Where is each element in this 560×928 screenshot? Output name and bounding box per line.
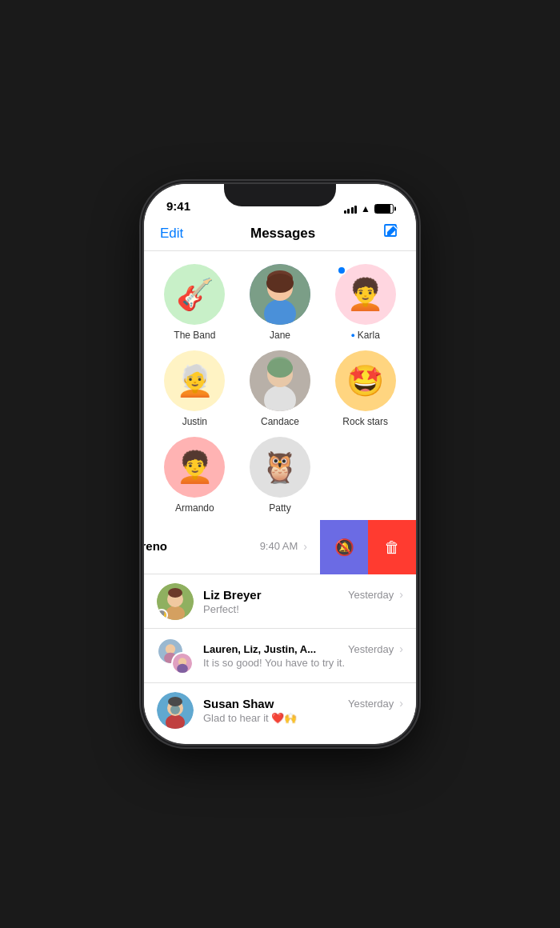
edit-button[interactable]: Edit bbox=[160, 226, 183, 242]
pinned-item-armando[interactable]: 🧑‍🦱 Armando bbox=[157, 437, 233, 514]
pinned-item-the-band[interactable]: 🎸 The Band bbox=[157, 264, 233, 341]
avatar-justin: 🧑‍🦳 bbox=[164, 350, 225, 411]
delete-icon: 🗑 bbox=[384, 538, 400, 557]
pinned-name-candace: Candace bbox=[261, 416, 299, 427]
lauren-sender: Lauren, Liz, Justin, A... bbox=[203, 643, 316, 655]
pinned-item-candace[interactable]: Candace bbox=[242, 350, 318, 427]
status-icons: ▲ bbox=[344, 203, 394, 214]
pinned-name-patty: Patty bbox=[269, 502, 290, 514]
status-time: 9:41 bbox=[166, 199, 190, 214]
pinned-name-the-band: The Band bbox=[174, 330, 215, 341]
signal-icon bbox=[344, 204, 358, 214]
avatar-jane bbox=[250, 264, 310, 325]
pinned-item-rock-stars[interactable]: 🤩 Rock stars bbox=[327, 350, 403, 427]
pinned-name-justin: Justin bbox=[182, 416, 207, 427]
group-avatar-lauren bbox=[157, 638, 194, 674]
lauren-content: Lauren, Liz, Justin, A... Yesterday › It… bbox=[203, 642, 403, 669]
battery-icon bbox=[374, 204, 394, 214]
message-row-lauren-group[interactable]: Lauren, Liz, Justin, A... Yesterday › It… bbox=[144, 629, 416, 683]
delete-action-button[interactable]: 🗑 bbox=[368, 520, 416, 574]
svg-point-25 bbox=[168, 697, 182, 706]
susan-sender: Susan Shaw bbox=[203, 697, 274, 710]
scroll-area: 🎸 The Band bbox=[144, 251, 416, 734]
pinned-name-rock-stars: Rock stars bbox=[342, 416, 388, 427]
pinned-name-jane: Jane bbox=[270, 330, 290, 341]
notch bbox=[224, 184, 336, 206]
liz-preview: Perfect! bbox=[203, 603, 403, 615]
liz-time: Yesterday › bbox=[348, 588, 403, 601]
moreno-sender: sa Moreno bbox=[144, 539, 167, 553]
swipe-container-moreno: 🔕 🗑 😊 sa Moreno bbox=[144, 520, 416, 574]
avatar-the-band: 🎸 bbox=[164, 264, 225, 325]
svg-point-14 bbox=[168, 588, 182, 598]
susan-preview: Glad to hear it ❤️🙌 bbox=[203, 712, 403, 724]
unread-dot-karla bbox=[337, 266, 346, 275]
avatar-armando: 🧑‍🦱 bbox=[164, 437, 225, 498]
svg-point-16 bbox=[166, 644, 175, 654]
mute-action-button[interactable]: 🔕 bbox=[320, 520, 368, 574]
liz-content: Liz Breyer Yesterday › Perfect! bbox=[203, 588, 403, 615]
pinned-item-jane[interactable]: Jane bbox=[242, 264, 318, 341]
lauren-time: Yesterday › bbox=[348, 642, 403, 655]
svg-point-5 bbox=[266, 274, 294, 293]
wifi-icon: ▲ bbox=[361, 203, 370, 214]
mute-icon: 🔕 bbox=[334, 538, 354, 557]
moreno-time: 9:40 AM › bbox=[260, 540, 307, 553]
nav-bar: Edit Messages bbox=[144, 219, 416, 251]
phone-frame: 9:41 ▲ Edit Messages bbox=[144, 184, 416, 744]
susan-time: Yesterday › bbox=[348, 697, 403, 710]
swipe-actions: 🔕 🗑 bbox=[320, 520, 416, 574]
pinned-item-justin[interactable]: 🧑‍🦳 Justin bbox=[157, 350, 233, 427]
lauren-preview: It is so good! You have to try it. bbox=[203, 657, 403, 669]
message-row-susan-shaw[interactable]: Susan Shaw Yesterday › Glad to hear it ❤… bbox=[144, 683, 416, 734]
avatar-patty: 🦉 bbox=[250, 437, 310, 498]
pinned-item-karla[interactable]: 🧑‍🦱 ● Karla bbox=[327, 264, 403, 341]
pinned-grid: 🎸 The Band bbox=[152, 264, 408, 514]
pinned-name-karla: ● Karla bbox=[350, 330, 379, 341]
liz-sender: Liz Breyer bbox=[203, 588, 262, 602]
compose-button[interactable] bbox=[382, 222, 400, 244]
message-list: 🔕 🗑 😊 sa Moreno bbox=[144, 520, 416, 734]
page-title: Messages bbox=[250, 226, 315, 242]
svg-point-10 bbox=[267, 358, 293, 378]
message-row-liz-breyer[interactable]: 🌙 Liz Breyer Yesterday › Perfect! bbox=[144, 574, 416, 629]
moreno-content: sa Moreno 9:40 AM › bbox=[144, 539, 307, 554]
pinned-section: 🎸 The Band bbox=[144, 251, 416, 520]
pinned-item-patty[interactable]: 🦉 Patty bbox=[242, 437, 318, 514]
moon-icon-liz: 🌙 bbox=[157, 609, 168, 620]
message-row-moreno[interactable]: 😊 sa Moreno 9:40 AM › bbox=[144, 520, 320, 574]
susan-content: Susan Shaw Yesterday › Glad to hear it ❤… bbox=[203, 697, 403, 724]
avatar-candace bbox=[250, 350, 310, 411]
avatar-rock-stars: 🤩 bbox=[335, 350, 396, 411]
pinned-name-armando: Armando bbox=[175, 502, 214, 514]
phone-screen: 9:41 ▲ Edit Messages bbox=[144, 184, 416, 744]
svg-point-20 bbox=[177, 663, 188, 673]
